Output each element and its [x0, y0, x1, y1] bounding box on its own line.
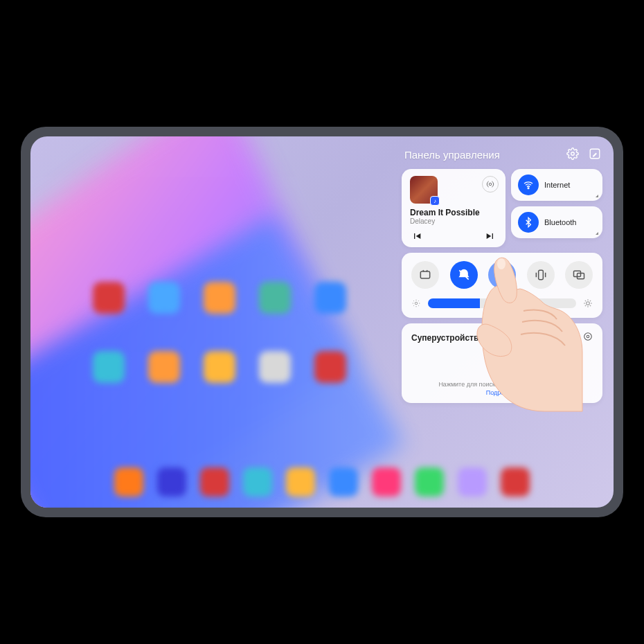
wifi-label: Internet [544, 181, 570, 189]
app-icon[interactable] [93, 282, 125, 314]
bluetooth-icon [518, 212, 539, 233]
home-app-row [93, 351, 346, 383]
mute-toggle[interactable] [450, 261, 478, 289]
svg-point-3 [528, 188, 529, 189]
track-artist: Delacey [410, 217, 497, 225]
superdevice-settings-icon[interactable] [583, 332, 593, 343]
bluetooth-tile[interactable]: Bluetooth [511, 206, 602, 238]
search-devices-button[interactable] [489, 350, 515, 377]
brightness-slider[interactable] [428, 298, 576, 308]
app-icon[interactable] [204, 351, 235, 383]
app-icon[interactable] [501, 467, 530, 497]
expand-icon [596, 195, 598, 197]
superdevice-card: Суперустройство Нажмите для поиска устро… [402, 323, 602, 403]
svg-point-2 [489, 183, 492, 186]
expand-icon [596, 232, 598, 235]
panel-title: Панель управления [404, 149, 500, 161]
app-icon[interactable] [458, 467, 487, 497]
app-icon[interactable] [93, 351, 125, 383]
superdevice-hint: Нажмите для поиска устройств поблизости. [411, 381, 593, 388]
app-icon[interactable] [314, 282, 346, 314]
app-icon[interactable] [157, 467, 186, 497]
home-app-row [93, 282, 346, 314]
brightness-low-icon [411, 298, 421, 308]
music-app-badge-icon: ♪ [430, 196, 440, 206]
svg-point-10 [584, 333, 592, 341]
edit-icon[interactable] [589, 147, 601, 162]
control-panel: Панель управления ♪ [402, 145, 602, 403]
app-icon[interactable] [314, 351, 346, 383]
app-icon[interactable] [148, 282, 180, 314]
next-track-button[interactable] [485, 231, 496, 242]
app-icon[interactable] [329, 467, 358, 497]
svg-point-11 [587, 335, 589, 338]
svg-rect-4 [420, 271, 429, 278]
app-icon[interactable] [114, 467, 143, 497]
app-icon[interactable] [243, 467, 272, 497]
bluetooth-label: Bluetooth [544, 218, 576, 226]
dock [114, 467, 530, 497]
album-art: ♪ [410, 176, 438, 204]
track-title: Dream It Possible [410, 208, 497, 217]
panel-header: Панель управления [402, 145, 602, 169]
app-icon[interactable] [204, 282, 235, 314]
previous-track-button[interactable] [411, 231, 422, 242]
app-icon[interactable] [259, 282, 291, 314]
app-icon[interactable] [148, 351, 180, 383]
audio-cast-button[interactable] [482, 176, 499, 193]
wifi-tile[interactable]: Internet [511, 169, 602, 201]
quick-toggles-card [402, 253, 602, 318]
superdevice-title: Суперустройство [411, 333, 484, 343]
home-screen: Панель управления ♪ [30, 136, 614, 508]
svg-point-9 [587, 302, 590, 305]
wifi-icon [518, 175, 539, 195]
app-icon[interactable] [286, 467, 315, 497]
media-card[interactable]: ♪ Dream It Possible Delacey [402, 169, 506, 247]
svg-point-8 [415, 302, 418, 305]
multiwindow-toggle[interactable] [565, 261, 593, 289]
superdevice-more-link[interactable]: Подробнее [411, 389, 593, 396]
active-toggle[interactable] [488, 261, 516, 289]
app-icon[interactable] [200, 467, 229, 497]
vibrate-toggle[interactable] [527, 261, 555, 289]
tablet-frame: Панель управления ♪ [21, 127, 623, 517]
svg-point-0 [571, 152, 575, 156]
brightness-high-icon [583, 298, 593, 308]
screenshot-toggle[interactable] [411, 261, 439, 289]
app-icon[interactable] [259, 351, 291, 383]
app-icon[interactable] [415, 467, 444, 497]
svg-rect-5 [538, 270, 543, 279]
app-icon[interactable] [372, 467, 401, 497]
svg-point-12 [498, 359, 506, 367]
settings-icon[interactable] [566, 147, 579, 162]
